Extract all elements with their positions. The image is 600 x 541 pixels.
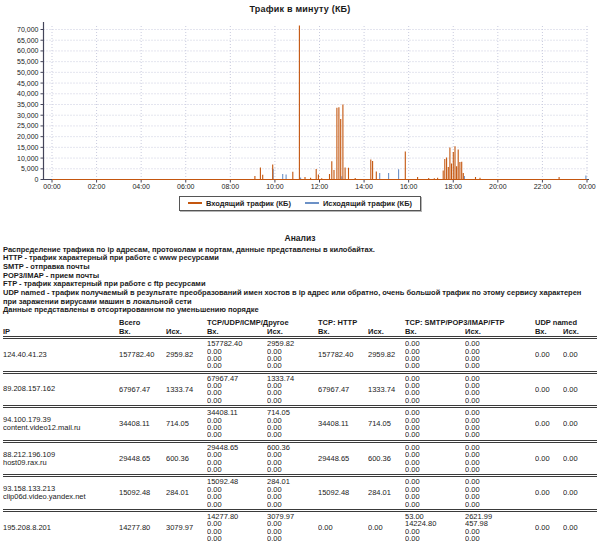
cell-http-out: 600.36 xyxy=(368,441,405,476)
legend-label-outgoing: Исходящий трафик (КБ) xyxy=(323,199,412,208)
svg-text:55,000: 55,000 xyxy=(17,58,39,65)
analysis-line: UDP named - трафик получаемый в результа… xyxy=(3,289,597,306)
legend-box: Входящий трафик (КБ) Исходящий трафик (К… xyxy=(179,196,421,211)
cell-smtp-out: 0.000.000.000.00 xyxy=(465,476,535,511)
cell-smtp-in: 0.000.000.000.00 xyxy=(405,407,465,442)
table-row: 93.158.133.213clip06d.video.yandex.net15… xyxy=(3,476,597,511)
table-row: 195.208.8.20114277.803079.9714277.800.00… xyxy=(3,510,597,541)
col-subheader-in-1: Вх. xyxy=(207,327,267,338)
col-subheader-in-3: Вх. xyxy=(405,327,465,338)
col-subheader-out-0: Исх. xyxy=(166,327,207,338)
cell-ip: 88.212.196.109host09.rax.ru xyxy=(3,441,119,476)
outgoing-line-icon xyxy=(305,202,319,204)
col-subheader-in-4: Вх. xyxy=(535,327,563,338)
svg-text:5,000: 5,000 xyxy=(21,165,39,172)
cell-udp-out: 0.00 xyxy=(563,407,597,442)
svg-text:06:00: 06:00 xyxy=(177,183,195,190)
incoming-series xyxy=(52,26,587,180)
cell-udp-out: 0.00 xyxy=(563,510,597,541)
cell-smtp-in: 0.000.000.000.00 xyxy=(405,441,465,476)
cell-udp-out: 0.00 xyxy=(563,338,597,373)
cell-total-in: 34408.11 xyxy=(119,407,166,442)
cell-proto-in: 67967.470.000.000.00 xyxy=(207,372,267,407)
cell-total-out: 2959.82 xyxy=(166,338,207,373)
col-header-group-0: Всего xyxy=(119,318,207,327)
cell-total-out: 1333.74 xyxy=(166,372,207,407)
col-header-group-2: TCP: HTTP xyxy=(318,318,405,327)
svg-text:22:00: 22:00 xyxy=(534,183,552,190)
cell-udp-out: 0.00 xyxy=(563,441,597,476)
svg-text:20,000: 20,000 xyxy=(17,133,39,140)
table-header: IPВсегоTCP/UDP/ICMP/ДругоеTCP: HTTPTCP: … xyxy=(3,318,597,338)
cell-http-in: 29448.65 xyxy=(318,441,368,476)
cell-udp-out: 0.00 xyxy=(563,372,597,407)
table-row: 89.208.157.16267967.471333.7467967.470.0… xyxy=(3,372,597,407)
svg-text:10:00: 10:00 xyxy=(266,183,284,190)
cell-http-in: 0.00 xyxy=(318,510,368,541)
svg-text:45,000: 45,000 xyxy=(17,80,39,87)
cell-http-out: 714.05 xyxy=(368,407,405,442)
cell-ip: 89.208.157.162 xyxy=(3,372,119,407)
cell-ip: 93.158.133.213clip06d.video.yandex.net xyxy=(3,476,119,511)
cell-udp-out: 0.00 xyxy=(563,476,597,511)
analysis-line: HTTP - трафик характерный при работе с w… xyxy=(3,254,597,263)
svg-text:15,000: 15,000 xyxy=(17,144,39,151)
cell-smtp-out: 0.000.000.000.00 xyxy=(465,441,535,476)
analysis-text: Распределение трафика по ip адресам, про… xyxy=(3,246,597,316)
cell-ip: 94.100.179.39content.video12.mail.ru xyxy=(3,407,119,442)
cell-total-out: 714.05 xyxy=(166,407,207,442)
table-body: 124.40.41.23157782.402959.82157782.400.0… xyxy=(3,338,597,541)
svg-text:00:00: 00:00 xyxy=(43,183,61,190)
cell-total-in: 67967.47 xyxy=(119,372,166,407)
col-header-ip: IP xyxy=(3,318,119,338)
svg-text:30,000: 30,000 xyxy=(17,112,39,119)
cell-total-out: 600.36 xyxy=(166,441,207,476)
cell-http-out: 0.00 xyxy=(368,510,405,541)
cell-smtp-out: 0.000.000.000.00 xyxy=(465,407,535,442)
incoming-line-icon xyxy=(188,202,202,204)
cell-http-out: 2959.82 xyxy=(368,338,405,373)
col-subheader-out-1: Исх. xyxy=(267,327,318,338)
cell-total-out: 3079.97 xyxy=(166,510,207,541)
cell-proto-in: 157782.400.000.000.00 xyxy=(207,338,267,373)
col-subheader-in-2: Вх. xyxy=(318,327,368,338)
cell-http-in: 15092.48 xyxy=(318,476,368,511)
svg-text:08:00: 08:00 xyxy=(222,183,240,190)
cell-total-in: 29448.65 xyxy=(119,441,166,476)
svg-text:50,000: 50,000 xyxy=(17,69,39,76)
cell-udp-in: 0.00 xyxy=(535,441,563,476)
svg-text:16:00: 16:00 xyxy=(400,183,418,190)
table-row: 88.212.196.109host09.rax.ru29448.65600.3… xyxy=(3,441,597,476)
svg-text:02:00: 02:00 xyxy=(88,183,106,190)
cell-proto-in: 15092.480.000.000.00 xyxy=(207,476,267,511)
cell-proto-in: 29448.650.000.000.00 xyxy=(207,441,267,476)
header-row-groups: IPВсегоTCP/UDP/ICMP/ДругоеTCP: HTTPTCP: … xyxy=(3,318,597,327)
legend-item-incoming: Входящий трафик (КБ) xyxy=(188,199,291,208)
col-header-group-1: TCP/UDP/ICMP/Другое xyxy=(207,318,318,327)
cell-udp-in: 0.00 xyxy=(535,338,563,373)
cell-ip: 124.40.41.23 xyxy=(3,338,119,373)
cell-proto-out: 3079.970.000.000.00 xyxy=(267,510,318,541)
cell-proto-out: 1333.740.000.000.00 xyxy=(267,372,318,407)
cell-udp-in: 0.00 xyxy=(535,510,563,541)
svg-text:14:00: 14:00 xyxy=(355,183,373,190)
cell-http-out: 1333.74 xyxy=(368,372,405,407)
cell-total-in: 15092.48 xyxy=(119,476,166,511)
col-subheader-in-0: Вх. xyxy=(119,327,166,338)
svg-text:18:00: 18:00 xyxy=(444,183,462,190)
cell-proto-in: 34408.110.000.000.00 xyxy=(207,407,267,442)
cell-proto-in: 14277.800.000.000.00 xyxy=(207,510,267,541)
cell-ip: 195.208.8.201 xyxy=(3,510,119,541)
cell-smtp-out: 2621.99457.980.000.00 xyxy=(465,510,535,541)
cell-udp-in: 0.00 xyxy=(535,372,563,407)
cell-http-in: 67967.47 xyxy=(318,372,368,407)
traffic-table: IPВсегоTCP/UDP/ICMP/ДругоеTCP: HTTPTCP: … xyxy=(3,318,597,541)
svg-text:70,000: 70,000 xyxy=(17,26,39,33)
cell-total-out: 284.01 xyxy=(166,476,207,511)
cell-smtp-out: 0.000.000.000.00 xyxy=(465,338,535,373)
table-row: 94.100.179.39content.video12.mail.ru3440… xyxy=(3,407,597,442)
traffic-chart: 05,00010,00015,00020,00025,00030,00035,0… xyxy=(0,14,600,190)
cell-proto-out: 714.050.000.000.00 xyxy=(267,407,318,442)
cell-udp-in: 0.00 xyxy=(535,476,563,511)
svg-text:60,000: 60,000 xyxy=(17,47,39,54)
